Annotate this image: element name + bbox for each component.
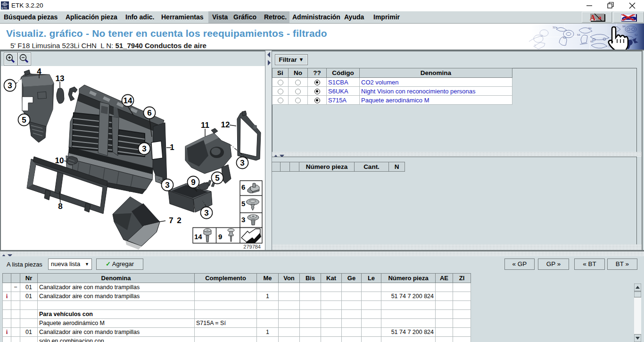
svg-text:14: 14 [124,96,132,105]
svg-text:11: 11 [201,121,209,130]
svg-text:54: 54 [577,33,580,36]
svg-text:ETK: ETK [1,6,8,9]
svg-text:4: 4 [37,67,41,76]
svg-text:1: 1 [170,143,174,152]
svg-text:66: 66 [590,40,594,43]
svg-text:3: 3 [165,181,169,190]
svg-text:8: 8 [58,202,62,211]
svg-text:14: 14 [194,233,202,241]
svg-text:3: 3 [142,144,146,153]
svg-text:3: 3 [204,209,208,217]
svg-text:52: 52 [563,36,566,39]
svg-text:279784: 279784 [243,244,261,250]
svg-text:94: 94 [622,25,626,28]
svg-text:6: 6 [147,108,151,117]
svg-text:5: 5 [215,174,219,183]
svg-text:3: 3 [240,158,244,167]
svg-text:10: 10 [55,156,64,165]
svg-text:A: A [590,13,596,22]
svg-text:2: 2 [177,216,181,225]
svg-text:12: 12 [221,120,230,129]
svg-text:32a: 32a [553,26,558,29]
svg-text:5: 5 [241,200,245,208]
svg-text:3: 3 [241,216,245,224]
svg-text:6: 6 [241,183,245,191]
svg-text:7: 7 [169,216,173,225]
svg-text:a: a [598,14,602,21]
svg-text:5: 5 [22,116,26,125]
svg-text:13: 13 [56,74,65,83]
svg-text:62: 62 [635,33,638,36]
svg-text:9: 9 [191,178,195,187]
svg-text:3: 3 [8,81,12,90]
svg-text:94: 94 [588,27,592,30]
svg-text:9: 9 [218,233,222,241]
